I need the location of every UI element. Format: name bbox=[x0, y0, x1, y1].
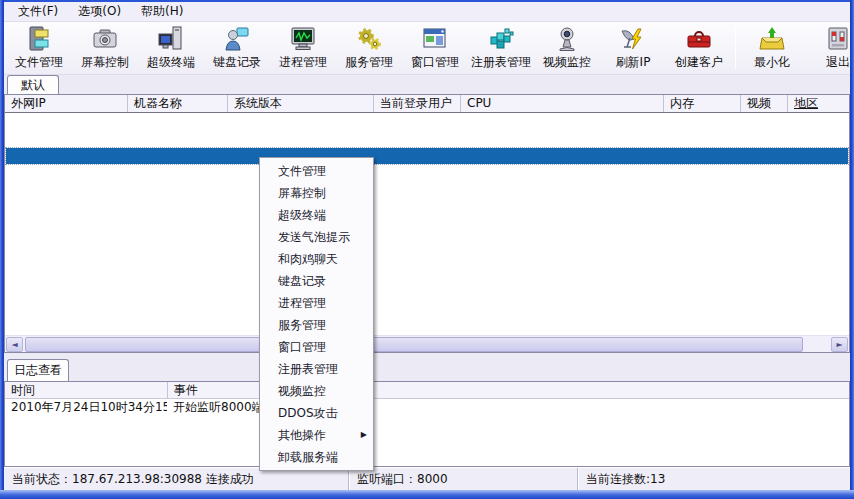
context-menu-item-video-monitor[interactable]: 视频监控 bbox=[260, 380, 373, 402]
toolbar-button-minimize[interactable]: 最小化 bbox=[739, 23, 805, 73]
toolbar-button-window-manager[interactable]: 窗口管理 bbox=[402, 23, 468, 73]
scrollbar-track[interactable] bbox=[24, 337, 830, 352]
group-tabs: 默认 bbox=[4, 75, 850, 94]
context-menu-item-send-bubble-tip[interactable]: 发送气泡提示 bbox=[260, 226, 373, 248]
context-menu-item-chat-with-client[interactable]: 和肉鸡聊天 bbox=[260, 248, 373, 270]
column-header-region[interactable]: 地区 bbox=[787, 95, 849, 112]
exit-icon bbox=[823, 25, 850, 53]
column-header-memory[interactable]: 内存 bbox=[663, 95, 740, 112]
status-current-state: 当前状态：187.67.213.98:30988 连接成功 bbox=[4, 468, 348, 490]
toolbar-label: 注册表管理 bbox=[471, 54, 531, 71]
menu-help[interactable]: 帮助(H) bbox=[131, 2, 193, 21]
context-menu-item-file-manager[interactable]: 文件管理 bbox=[260, 160, 373, 182]
toolbar-label: 视频监控 bbox=[543, 54, 591, 71]
context-menu-item-service-manager[interactable]: 服务管理 bbox=[260, 314, 373, 336]
context-menu-item-window-manager[interactable]: 窗口管理 bbox=[260, 336, 373, 358]
log-list: 时间 事件 2010年7月24日10时34分15秒 开始监听8000端 bbox=[4, 381, 850, 467]
registry-manager-icon bbox=[486, 25, 516, 53]
log-time-cell: 2010年7月24日10时34分15秒 bbox=[5, 399, 167, 416]
video-monitor-icon bbox=[552, 25, 582, 53]
toolbar-button-keylogger[interactable]: 键盘记录 bbox=[204, 23, 270, 73]
statusbar: 当前状态：187.67.213.98:30988 连接成功 监听端口：8000 … bbox=[4, 467, 850, 490]
toolbar-label: 服务管理 bbox=[345, 54, 393, 71]
toolbar-label: 刷新IP bbox=[616, 54, 651, 71]
menu-file[interactable]: 文件(F) bbox=[8, 2, 68, 21]
process-manager-icon bbox=[288, 25, 318, 53]
log-tabs: 日志查看 bbox=[4, 358, 850, 381]
column-header-video[interactable]: 视频 bbox=[740, 95, 787, 112]
minimize-icon bbox=[757, 25, 787, 53]
toolbar-button-service-manager[interactable]: 服务管理 bbox=[336, 23, 402, 73]
toolbar-label: 键盘记录 bbox=[213, 54, 261, 71]
window-border-left bbox=[0, 0, 4, 499]
toolbar-button-registry-manager[interactable]: 注册表管理 bbox=[468, 23, 534, 73]
toolbar-button-process-manager[interactable]: 进程管理 bbox=[270, 23, 336, 73]
context-menu: 文件管理 屏幕控制 超级终端 发送气泡提示 和肉鸡聊天 键盘记录 进程管理 服务… bbox=[259, 157, 374, 471]
scroll-right-icon[interactable]: ► bbox=[831, 337, 848, 352]
tab-default-group[interactable]: 默认 bbox=[7, 75, 59, 94]
menubar: 文件(F) 选项(O) 帮助(H) bbox=[4, 2, 850, 22]
create-client-icon bbox=[684, 25, 714, 53]
toolbar-button-exit[interactable]: 退出 bbox=[805, 23, 850, 73]
toolbar-label: 屏幕控制 bbox=[81, 54, 129, 71]
column-header-wan-ip[interactable]: 外网IP bbox=[5, 95, 127, 112]
toolbar-button-refresh-ip[interactable]: 刷新IP bbox=[600, 23, 666, 73]
log-row[interactable]: 2010年7月24日10时34分15秒 开始监听8000端 bbox=[5, 399, 849, 416]
toolbar-label: 进程管理 bbox=[279, 54, 327, 71]
log-list-header: 时间 事件 bbox=[5, 382, 849, 399]
column-header-current-user[interactable]: 当前登录用户 bbox=[373, 95, 460, 112]
toolbar-button-file-manager[interactable]: 文件管理 bbox=[6, 23, 72, 73]
toolbar-label: 创建客户 bbox=[675, 54, 723, 71]
column-header-cpu[interactable]: CPU bbox=[460, 95, 663, 112]
toolbar-label: 超级终端 bbox=[147, 54, 195, 71]
tab-log-view[interactable]: 日志查看 bbox=[7, 359, 69, 381]
context-menu-item-registry-manager[interactable]: 注册表管理 bbox=[260, 358, 373, 380]
refresh-ip-icon bbox=[618, 25, 648, 53]
horizontal-scrollbar: ◄ ► bbox=[5, 335, 849, 352]
context-menu-item-process-manager[interactable]: 进程管理 bbox=[260, 292, 373, 314]
client-listview: 外网IP 机器名称 系统版本 当前登录用户 CPU 内存 视频 地区 ◄ ► bbox=[4, 94, 850, 353]
scrollbar-thumb[interactable] bbox=[25, 337, 803, 352]
toolbar-button-super-terminal[interactable]: 超级终端 bbox=[138, 23, 204, 73]
menu-options[interactable]: 选项(O) bbox=[68, 2, 131, 21]
toolbar-button-create-client[interactable]: 创建客户 bbox=[666, 23, 732, 73]
window-manager-icon bbox=[420, 25, 450, 53]
toolbar-label: 文件管理 bbox=[15, 54, 63, 71]
client-list-body bbox=[5, 113, 849, 335]
status-listen-port: 监听端口：8000 bbox=[348, 468, 577, 490]
toolbar: 文件管理 屏幕控制 超级终端 键盘记录 进程管理 bbox=[4, 22, 850, 75]
context-menu-item-keylogger[interactable]: 键盘记录 bbox=[260, 270, 373, 292]
context-menu-item-other-operations[interactable]: 其他操作 ▶ bbox=[260, 424, 373, 446]
file-manager-icon bbox=[24, 25, 54, 53]
super-terminal-icon bbox=[156, 25, 186, 53]
toolbar-button-screen-control[interactable]: 屏幕控制 bbox=[72, 23, 138, 73]
client-list-header: 外网IP 机器名称 系统版本 当前登录用户 CPU 内存 视频 地区 bbox=[5, 95, 849, 113]
toolbar-separator bbox=[735, 27, 736, 69]
window-content: 文件(F) 选项(O) 帮助(H) 文件管理 屏幕控制 超级终端 bbox=[4, 2, 850, 490]
client-row-selected[interactable] bbox=[6, 148, 848, 164]
submenu-arrow-icon: ▶ bbox=[361, 424, 367, 446]
toolbar-label: 退出 bbox=[826, 54, 850, 71]
keylogger-icon bbox=[222, 25, 252, 53]
window-border-top bbox=[0, 0, 854, 2]
log-panel: 日志查看 时间 事件 2010年7月24日10时34分15秒 开始监听8000端 bbox=[4, 358, 850, 467]
context-menu-item-uninstall-server[interactable]: 卸载服务端 bbox=[260, 446, 373, 468]
column-header-time[interactable]: 时间 bbox=[5, 382, 167, 398]
column-header-machine-name[interactable]: 机器名称 bbox=[127, 95, 227, 112]
context-menu-item-super-terminal[interactable]: 超级终端 bbox=[260, 204, 373, 226]
toolbar-label: 窗口管理 bbox=[411, 54, 459, 71]
toolbar-label: 最小化 bbox=[754, 54, 790, 71]
context-menu-item-screen-control[interactable]: 屏幕控制 bbox=[260, 182, 373, 204]
context-menu-item-ddos-attack[interactable]: DDOS攻击 bbox=[260, 402, 373, 424]
service-manager-icon bbox=[354, 25, 384, 53]
window-border-right bbox=[850, 0, 854, 499]
status-connection-count: 当前连接数:13 bbox=[577, 468, 850, 490]
toolbar-button-video-monitor[interactable]: 视频监控 bbox=[534, 23, 600, 73]
column-header-os-version[interactable]: 系统版本 bbox=[227, 95, 373, 112]
window-border-bottom bbox=[0, 490, 854, 499]
scroll-left-icon[interactable]: ◄ bbox=[6, 337, 23, 352]
screen-control-icon bbox=[90, 25, 120, 53]
